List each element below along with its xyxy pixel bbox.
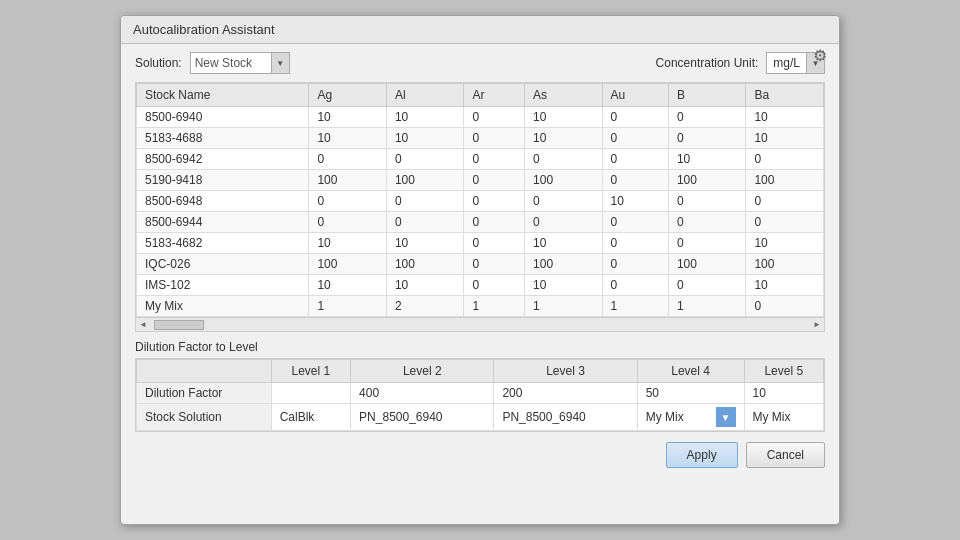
value-cell[interactable]: 100 xyxy=(386,170,464,191)
value-cell[interactable]: 0 xyxy=(668,191,746,212)
value-cell[interactable]: 0 xyxy=(464,191,525,212)
value-cell[interactable]: 0 xyxy=(602,212,668,233)
gear-icon[interactable]: ⚙ xyxy=(813,46,827,65)
value-cell[interactable]: 0 xyxy=(386,191,464,212)
scroll-left-arrow[interactable]: ◄ xyxy=(136,320,150,329)
value-cell[interactable]: 0 xyxy=(464,107,525,128)
dilution-value-cell[interactable]: 50 xyxy=(637,383,744,404)
value-cell[interactable]: 10 xyxy=(309,233,387,254)
value-cell[interactable]: 0 xyxy=(602,149,668,170)
stock-name-cell[interactable]: IMS-102 xyxy=(137,275,309,296)
value-cell[interactable]: 0 xyxy=(464,233,525,254)
value-cell[interactable]: 1 xyxy=(525,296,603,317)
value-cell[interactable]: 10 xyxy=(525,107,603,128)
value-cell[interactable]: 10 xyxy=(309,128,387,149)
value-cell[interactable]: 10 xyxy=(309,107,387,128)
value-cell[interactable]: 10 xyxy=(525,233,603,254)
scroll-thumb[interactable] xyxy=(154,320,204,330)
value-cell[interactable]: 0 xyxy=(602,275,668,296)
value-cell[interactable]: 10 xyxy=(668,149,746,170)
value-cell[interactable]: 0 xyxy=(668,275,746,296)
value-cell[interactable]: 0 xyxy=(464,149,525,170)
dilution-value-cell[interactable]: My Mix▼ xyxy=(637,404,744,431)
value-cell[interactable]: 0 xyxy=(464,128,525,149)
value-cell[interactable]: 100 xyxy=(309,254,387,275)
value-cell[interactable]: 1 xyxy=(309,296,387,317)
value-cell[interactable]: 10 xyxy=(525,275,603,296)
stock-name-cell[interactable]: 8500-6948 xyxy=(137,191,309,212)
stock-name-cell[interactable]: 5183-4688 xyxy=(137,128,309,149)
value-cell[interactable]: 10 xyxy=(746,275,824,296)
value-cell[interactable]: 0 xyxy=(746,149,824,170)
value-cell[interactable]: 0 xyxy=(309,191,387,212)
apply-button[interactable]: Apply xyxy=(666,442,738,468)
stock-name-cell[interactable]: 8500-6944 xyxy=(137,212,309,233)
value-cell[interactable]: 10 xyxy=(746,107,824,128)
value-cell[interactable]: 0 xyxy=(668,107,746,128)
value-cell[interactable]: 0 xyxy=(464,170,525,191)
value-cell[interactable]: 100 xyxy=(386,254,464,275)
stock-name-cell[interactable]: IQC-026 xyxy=(137,254,309,275)
value-cell[interactable]: 0 xyxy=(386,149,464,170)
value-cell[interactable]: 100 xyxy=(746,254,824,275)
value-cell[interactable]: 10 xyxy=(746,128,824,149)
value-cell[interactable]: 100 xyxy=(668,170,746,191)
stock-name-cell[interactable]: 8500-6940 xyxy=(137,107,309,128)
value-cell[interactable]: 10 xyxy=(309,275,387,296)
value-cell[interactable]: 0 xyxy=(746,212,824,233)
value-cell[interactable]: 2 xyxy=(386,296,464,317)
value-cell[interactable]: 100 xyxy=(525,170,603,191)
value-cell[interactable]: 0 xyxy=(386,212,464,233)
value-cell[interactable]: 100 xyxy=(668,254,746,275)
value-cell[interactable]: 0 xyxy=(309,149,387,170)
horizontal-scrollbar[interactable]: ◄ ► xyxy=(135,318,825,332)
value-cell[interactable]: 0 xyxy=(602,107,668,128)
value-cell[interactable]: 0 xyxy=(464,212,525,233)
value-cell[interactable]: 0 xyxy=(464,275,525,296)
cancel-button[interactable]: Cancel xyxy=(746,442,825,468)
stock-name-cell[interactable]: 5190-9418 xyxy=(137,170,309,191)
value-cell[interactable]: 10 xyxy=(386,275,464,296)
value-cell[interactable]: 0 xyxy=(602,233,668,254)
value-cell[interactable]: 0 xyxy=(668,128,746,149)
value-cell[interactable]: 10 xyxy=(602,191,668,212)
value-cell[interactable]: 0 xyxy=(602,170,668,191)
value-cell[interactable]: 0 xyxy=(602,254,668,275)
stock-name-cell[interactable]: My Mix xyxy=(137,296,309,317)
main-table-scroll[interactable]: Stock NameAgAlArAsAuBBa 8500-69401010010… xyxy=(136,83,824,317)
solution-dropdown-arrow[interactable]: ▼ xyxy=(271,53,289,73)
dilution-value-cell[interactable]: PN_8500_6940 xyxy=(494,404,637,431)
value-cell[interactable]: 100 xyxy=(525,254,603,275)
value-cell[interactable]: 10 xyxy=(746,233,824,254)
stock-name-cell[interactable]: 8500-6942 xyxy=(137,149,309,170)
value-cell[interactable]: 0 xyxy=(602,128,668,149)
dilution-value-cell[interactable] xyxy=(271,383,350,404)
value-cell[interactable]: 0 xyxy=(525,212,603,233)
value-cell[interactable]: 1 xyxy=(602,296,668,317)
value-cell[interactable]: 0 xyxy=(668,212,746,233)
dilution-value-cell[interactable]: PN_8500_6940 xyxy=(351,404,494,431)
value-cell[interactable]: 1 xyxy=(668,296,746,317)
dilution-value-cell[interactable]: 10 xyxy=(744,383,824,404)
value-cell[interactable]: 0 xyxy=(746,296,824,317)
solution-input[interactable] xyxy=(191,56,271,70)
dilution-value-cell[interactable]: 400 xyxy=(351,383,494,404)
value-cell[interactable]: 0 xyxy=(464,254,525,275)
value-cell[interactable]: 0 xyxy=(668,233,746,254)
value-cell[interactable]: 10 xyxy=(386,233,464,254)
value-cell[interactable]: 100 xyxy=(746,170,824,191)
value-cell[interactable]: 100 xyxy=(309,170,387,191)
value-cell[interactable]: 1 xyxy=(464,296,525,317)
dilution-value-cell[interactable]: My Mix xyxy=(744,404,824,431)
value-cell[interactable]: 10 xyxy=(386,128,464,149)
stock-name-cell[interactable]: 5183-4682 xyxy=(137,233,309,254)
dilution-value-cell[interactable]: CalBlk xyxy=(271,404,350,431)
value-cell[interactable]: 10 xyxy=(386,107,464,128)
value-cell[interactable]: 10 xyxy=(525,128,603,149)
dropdown-button[interactable]: ▼ xyxy=(716,407,736,427)
value-cell[interactable]: 0 xyxy=(525,149,603,170)
solution-input-container[interactable]: ▼ xyxy=(190,52,290,74)
value-cell[interactable]: 0 xyxy=(746,191,824,212)
value-cell[interactable]: 0 xyxy=(525,191,603,212)
value-cell[interactable]: 0 xyxy=(309,212,387,233)
